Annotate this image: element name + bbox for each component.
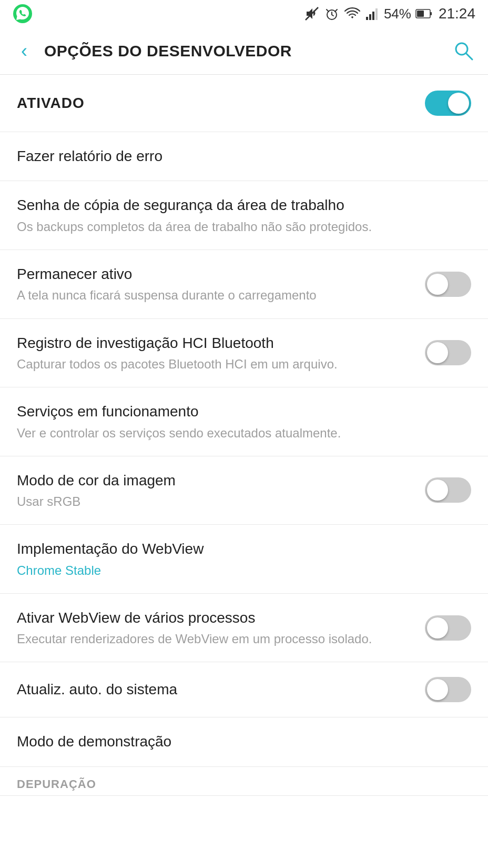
registro-bluetooth-subtitle: Capturar todos os pacotes Bluetooth HCI … [17,356,414,372]
svg-rect-9 [417,11,424,17]
svg-line-11 [466,54,472,59]
senha-copia-subtitle: Os backups completos da área de trabalho… [17,218,461,235]
page-title: OPÇÕES DO DESENVOLVEDOR [40,42,448,60]
servicos-funcionamento-item[interactable]: Serviços em funcionamento Ver e controla… [0,387,488,456]
modo-demonstracao-item[interactable]: Modo de demonstração [0,717,488,766]
back-icon: ‹ [21,42,27,61]
permanecer-ativo-toggle-track [425,272,471,297]
atualiz-auto-sistema-toggle[interactable] [425,677,471,702]
search-button[interactable] [448,35,480,67]
ativar-webview-processos-title: Ativar WebView de vários processos [17,608,414,627]
senha-copia-title: Senha de cópia de segurança da área de t… [17,196,461,215]
status-bar-right: 54% 21:24 [304,5,475,22]
modo-cor-imagem-text: Modo de cor da imagem Usar sRGB [17,471,425,510]
depuracao-section-header: DEPURAÇÃO [0,767,488,796]
wifi-icon [344,6,361,22]
ativar-webview-processos-toggle-track [425,615,471,641]
ativado-label: ATIVADO [17,95,85,112]
battery-percent: 54% [384,6,411,22]
modo-demonstracao-text: Modo de demonstração [17,732,471,751]
battery-icon [415,8,432,19]
mute-icon [304,6,320,22]
alarm-icon [324,6,340,22]
status-time: 21:24 [439,5,475,22]
servicos-funcionamento-title: Serviços em funcionamento [17,402,461,421]
signal-icon [365,6,380,21]
registro-bluetooth-text: Registro de investigação HCI Bluetooth C… [17,334,425,373]
atualiz-auto-sistema-toggle-thumb [427,679,448,700]
fazer-relatorio-text: Fazer relatório de erro [17,147,471,166]
status-bar: 54% 21:24 [0,0,488,27]
ativado-toggle[interactable] [425,91,471,116]
modo-cor-imagem-title: Modo de cor da imagem [17,471,414,490]
ativado-toggle-thumb [448,93,469,114]
registro-bluetooth-item[interactable]: Registro de investigação HCI Bluetooth C… [0,319,488,388]
modo-cor-imagem-toggle-thumb [427,480,448,501]
permanecer-ativo-item[interactable]: Permanecer ativo A tela nunca ficará sus… [0,250,488,319]
implementacao-webview-item[interactable]: Implementação do WebView Chrome Stable [0,525,488,594]
ativar-webview-processos-toggle[interactable] [425,615,471,641]
permanecer-ativo-title: Permanecer ativo [17,265,414,284]
back-button[interactable]: ‹ [8,35,40,67]
registro-bluetooth-title: Registro de investigação HCI Bluetooth [17,334,414,353]
atualiz-auto-sistema-text: Atualiz. auto. do sistema [17,680,425,699]
svg-rect-8 [430,12,432,15]
registro-bluetooth-toggle-track [425,340,471,365]
fazer-relatorio-item[interactable]: Fazer relatório de erro [0,132,488,181]
settings-content: ATIVADO Fazer relatório de erro Senha de… [0,75,488,796]
ativar-webview-processos-text: Ativar WebView de vários processos Execu… [17,608,425,647]
servicos-funcionamento-subtitle: Ver e controlar os serviços sendo execut… [17,425,461,441]
atualiz-auto-sistema-title: Atualiz. auto. do sistema [17,680,414,699]
permanecer-ativo-text: Permanecer ativo A tela nunca ficará sus… [17,265,425,304]
ativado-toggle-track [425,91,471,116]
modo-cor-imagem-subtitle: Usar sRGB [17,493,414,510]
svg-rect-3 [366,17,368,20]
ativado-row[interactable]: ATIVADO [0,75,488,132]
modo-cor-imagem-toggle-track [425,477,471,503]
atualiz-auto-sistema-item[interactable]: Atualiz. auto. do sistema [0,662,488,717]
permanecer-ativo-subtitle: A tela nunca ficará suspensa durante o c… [17,287,414,303]
servicos-funcionamento-text: Serviços em funcionamento Ver e controla… [17,402,471,441]
permanecer-ativo-toggle-thumb [427,274,448,295]
ativar-webview-processos-toggle-thumb [427,617,448,638]
search-icon [452,39,475,63]
modo-cor-imagem-toggle[interactable] [425,477,471,503]
svg-rect-4 [369,14,371,20]
implementacao-webview-title: Implementação do WebView [17,540,461,558]
svg-rect-6 [375,8,378,20]
toolbar: ‹ OPÇÕES DO DESENVOLVEDOR [0,27,488,75]
senha-copia-item[interactable]: Senha de cópia de segurança da área de t… [0,181,488,250]
senha-copia-text: Senha de cópia de segurança da área de t… [17,196,471,235]
registro-bluetooth-toggle-thumb [427,342,448,363]
implementacao-webview-text: Implementação do WebView Chrome Stable [17,540,471,578]
modo-demonstracao-title: Modo de demonstração [17,732,461,751]
permanecer-ativo-toggle[interactable] [425,272,471,297]
ativar-webview-processos-item[interactable]: Ativar WebView de vários processos Execu… [0,594,488,663]
whatsapp-icon [13,4,33,24]
implementacao-webview-subtitle: Chrome Stable [17,562,461,578]
ativar-webview-processos-subtitle: Executar renderizadores de WebView em um… [17,631,414,647]
atualiz-auto-sistema-toggle-track [425,677,471,702]
modo-cor-imagem-item[interactable]: Modo de cor da imagem Usar sRGB [0,456,488,525]
svg-point-10 [456,43,467,55]
registro-bluetooth-toggle[interactable] [425,340,471,365]
svg-rect-5 [372,12,374,20]
status-bar-left [13,4,33,24]
fazer-relatorio-title: Fazer relatório de erro [17,147,461,166]
